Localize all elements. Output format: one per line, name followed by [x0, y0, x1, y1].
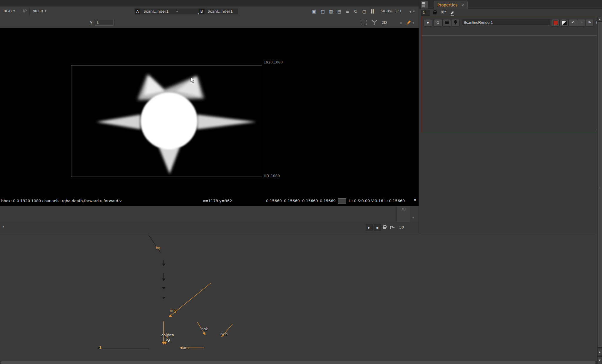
chevron-down-icon: ▼ [13, 10, 15, 12]
horizontal-scrollbar[interactable] [0, 361, 597, 364]
flipbook-play-button[interactable]: ▶ [366, 224, 373, 231]
redo-icon[interactable]: ↷ [577, 19, 586, 26]
undo-icon[interactable]: ↶ [569, 19, 577, 26]
pixel-green-value: 0.15669 [284, 199, 300, 203]
pixel-blue-value: 0.15669 [302, 199, 318, 203]
vertical-scrollbar[interactable]: ▲ ⠿ ▲ ▼ [597, 17, 602, 364]
scroll-down-icon[interactable]: ▼ [597, 356, 602, 364]
flipbook-node-button[interactable] [442, 19, 451, 26]
scanlinerender-properties-panel: ▼ ⊙ ↶ ↷ ↷ ? ▣ × ⠠⠄ [422, 17, 601, 132]
display-style-icon[interactable]: ▣ [310, 8, 317, 15]
timeline-settings-icon[interactable] [390, 225, 395, 230]
timeline-options-chevron-icon[interactable]: ▼ [2, 225, 4, 228]
gl-color-swatch[interactable] [560, 19, 568, 26]
timeline-chevron-icon[interactable]: » [411, 217, 416, 218]
resolution-label: 1920,1080 [264, 60, 283, 64]
bbox-info: bbox: 0 0 1920 1080 channels: rgba,depth… [1, 199, 122, 203]
zoom-level[interactable]: 58.8% [380, 9, 392, 13]
record-button[interactable]: ● [374, 224, 381, 231]
proxy-ratio[interactable]: 1:1 [396, 9, 402, 13]
status-expand-icon[interactable]: ▼ [414, 199, 416, 202]
cliptest-icon[interactable]: ▤ [336, 8, 343, 15]
gamma-value-field[interactable]: 1 [95, 19, 113, 26]
edit-pencil-icon[interactable] [449, 10, 455, 16]
tab-properties[interactable]: Properties × [434, 1, 468, 9]
divider [19, 8, 19, 16]
tracker-handles-icon[interactable] [371, 19, 377, 25]
horizontal-scrollbar-thumb[interactable] [1, 361, 596, 364]
format-label: HD_1080 [264, 174, 280, 178]
buffer-b-badge[interactable]: B [199, 9, 205, 14]
revert-icon[interactable]: ↷ [585, 19, 594, 26]
viewer-gain-gamma-row: γ 1 2D ▼ » [0, 18, 419, 28]
collapse-panel-button[interactable]: ▼ [424, 19, 432, 26]
bin-count-field[interactable]: 1 [421, 10, 430, 16]
divider [29, 8, 30, 16]
lock-range-icon[interactable] [383, 225, 386, 230]
channels-dropdown[interactable]: RGB▼ [4, 9, 15, 13]
transport-controls: ▼ ▶ ● 30 [0, 222, 419, 233]
viewer-input-number: 1 [99, 345, 101, 350]
timeline-ruler[interactable]: 30 » [0, 206, 419, 223]
scroll-up-icon[interactable]: ▲ [597, 17, 602, 21]
nuke-window: RGB▼ IP sRGB▼ A Scanl...nder1 -▼ B Scanl… [0, 0, 602, 364]
buffer-a-badge[interactable]: A [135, 9, 141, 14]
wrench-icon[interactable] [451, 19, 460, 26]
parameters [422, 36, 600, 113]
roi-icon[interactable]: ▢ [361, 8, 368, 15]
node-name-field[interactable] [462, 19, 550, 26]
viewer-toolbar: RGB▼ IP sRGB▼ A Scanl...nder1 -▼ B Scanl… [0, 6, 419, 18]
viewer-canvas[interactable]: 1920,1080 HD_1080 [0, 28, 419, 196]
scrollbar-thumb[interactable]: ⠿ [598, 22, 602, 347]
marquee-select-icon[interactable] [361, 20, 367, 25]
pause-icon[interactable]: ▌▌ [369, 8, 376, 15]
cam-input-label: cam [181, 346, 189, 350]
axis-input-label: axis [220, 332, 228, 336]
more-tools-chevron-icon[interactable]: » [412, 10, 416, 12]
node-tabs [423, 28, 599, 36]
viewer-top-strip [0, 0, 419, 6]
range-end-value: 30 [397, 207, 410, 211]
bg-input-label: bg [156, 246, 160, 250]
pixel-hsvl-values: H: 0 S:0.00 V:0.16 L: 0.15669 [349, 199, 405, 203]
properties-tabstrip: Properties × [419, 0, 602, 9]
pixel-alpha-value: 0.15669 [320, 199, 336, 203]
more-tools-chevron-icon[interactable]: » [411, 22, 416, 24]
node-graph-pane[interactable]: bg img obj/scn bg cam look axis 1 [0, 233, 602, 364]
look-input-label: look [200, 327, 208, 331]
buffer-b-node-dropdown[interactable]: Scanl...nder1 [205, 9, 238, 14]
mouse-cursor [190, 77, 196, 84]
chevron-down-icon[interactable]: ▼ [400, 22, 402, 25]
scanline-rows-icon[interactable]: ≡ [344, 8, 351, 15]
range-end-cell: 30 [396, 206, 410, 222]
bg-input-label2: bg [165, 338, 170, 342]
pane-layout-icon[interactable] [421, 1, 428, 9]
viewer-pane: RGB▼ IP sRGB▼ A Scanl...nder1 -▼ B Scanl… [0, 0, 419, 233]
view-mode-dropdown[interactable]: 2D [382, 20, 387, 25]
wipe-mode-dropdown[interactable]: -▼ [174, 9, 202, 14]
pixel-color-swatch [338, 198, 346, 204]
chevron-down-icon[interactable]: ▼ [409, 11, 411, 13]
fps-value[interactable]: 30 [399, 225, 404, 229]
gain-toggle-icon[interactable]: □ [319, 8, 326, 15]
clear-panels-icon[interactable]: ×≡ [441, 9, 447, 15]
center-node-button[interactable]: ⊙ [434, 19, 442, 26]
img-input-label: img [170, 308, 177, 313]
zebra-stripes-icon[interactable]: ▨ [327, 8, 335, 15]
chevron-down-icon: ▼ [45, 10, 46, 12]
scroll-up-icon[interactable]: ▲ [597, 348, 602, 356]
gamma-symbol: γ [90, 20, 92, 24]
input-process-toggle[interactable]: IP [22, 9, 26, 13]
colorspace-dropdown[interactable]: sRGB▼ [33, 9, 46, 13]
close-icon[interactable]: × [461, 3, 464, 7]
lock-bin-icon[interactable] [433, 10, 437, 15]
properties-pane: Properties × 1 ×≡ ▼ ⊙ ↶ ↷ ↷ [419, 0, 602, 233]
refresh-icon[interactable]: ↻ [352, 8, 359, 15]
node-tile-color-swatch[interactable] [551, 19, 560, 26]
color-sample-eyedropper-icon[interactable] [405, 19, 412, 26]
properties-toolbar: 1 ×≡ [419, 9, 602, 17]
cursor-position: x=1178 y=962 [203, 199, 232, 203]
buffer-a-node-dropdown[interactable]: Scanl...nder1 [141, 9, 174, 14]
objscn-input-label: obj/scn [161, 333, 174, 337]
format-rectangle [71, 65, 262, 177]
